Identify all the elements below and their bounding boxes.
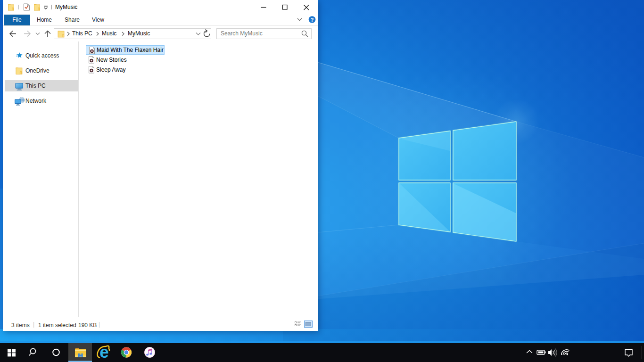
svg-text:?: ?: [311, 17, 314, 23]
